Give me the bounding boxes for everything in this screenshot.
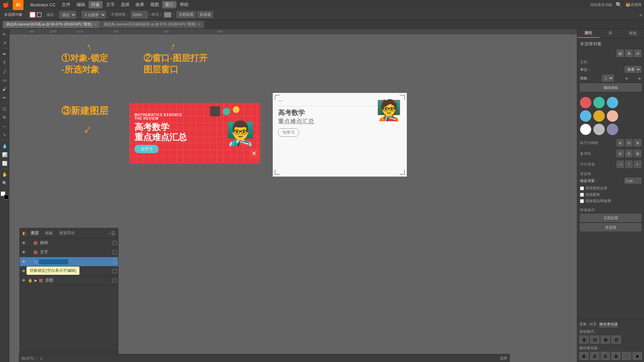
paintbrush-tool[interactable]: 🖌 [1,85,9,93]
layers-tab-artboards[interactable]: 画板 [42,230,56,237]
path-finder-6[interactable]: ◼ [633,352,642,360]
selection-tool[interactable]: ↖ [1,30,9,38]
search-icon[interactable]: 🔍 [615,2,622,8]
ruler-btn-2[interactable]: ⊟ [625,139,633,146]
swatch-purple-gray[interactable] [607,124,618,135]
menu-text[interactable]: 文字 [103,1,117,8]
keyboard-incr-input[interactable] [625,178,641,184]
rotate-tool[interactable]: ↻ [1,113,9,121]
pencil-tool[interactable]: ✏ [1,94,9,102]
shape-mode-2[interactable]: ⊖ [590,336,599,344]
layer-item-text[interactable]: 👁 文字 [20,248,118,257]
layer-lock-4[interactable]: 🔒 [28,278,33,283]
tool-icon-3[interactable]: ⊟ [634,50,641,57]
eraser-tool[interactable]: ◻ [1,105,9,113]
menu-edit[interactable]: 编辑 [74,1,88,8]
opacity-input[interactable] [131,11,148,18]
layers-tab-export[interactable]: 资源导出 [56,230,78,237]
shape-mode-1[interactable]: ⊕ [579,336,589,344]
menu-select[interactable]: 选择 [118,1,132,8]
rpanel-tab-properties[interactable]: 属性 [577,29,599,38]
swatch-blue[interactable] [607,97,618,108]
menu-file[interactable]: 文件 [59,1,73,8]
align-btn-3[interactable]: ⊢ [634,161,641,168]
layer-name-input-2[interactable] [39,259,69,265]
artboard-nav-next[interactable]: ▶ [639,76,641,80]
scale-corners-check[interactable] [580,193,584,197]
align-btn-1[interactable]: ⊣ [616,161,624,168]
layers-tab-layers[interactable]: 图层 [28,230,42,237]
guides-btn-1[interactable]: ⊞ [616,150,624,157]
stroke-type-select[interactable]: 描边 [59,11,76,18]
path-finder-1[interactable]: ▦ [579,352,589,360]
panel-toggle[interactable]: » [639,12,642,17]
rpanel-tab-library[interactable]: 库 [599,29,622,38]
transform-tab[interactable]: 变换 [579,322,587,327]
layer-eye-0[interactable]: 👁 [21,241,26,245]
menu-illustrator[interactable]: Illustrator CC [28,2,58,8]
menu-help[interactable]: 帮助 [177,1,191,8]
eyedropper-tool[interactable]: 💧 [1,142,9,150]
swatch-peach[interactable] [607,110,618,122]
layer-eye-3[interactable]: 👁 [21,269,26,274]
path-finder-5[interactable]: ▪ [622,352,631,360]
menu-effect[interactable]: 效果 [133,1,147,8]
artboard-tool[interactable]: ⬜ [1,159,9,167]
swatch-lightblue[interactable] [580,110,591,122]
banner-btn[interactable]: 去学习 [135,145,159,153]
layer-eye-1[interactable]: 👁 [21,250,26,255]
path-finder-4[interactable]: ▩ [611,352,621,360]
layer-expand-4[interactable]: ▶ [34,279,38,282]
artboard-select[interactable]: 1 [602,75,614,81]
swatch-orange[interactable] [593,110,605,122]
align-btn-2[interactable]: ⊤ [625,161,633,168]
quick-doc-settings-btn[interactable]: 文档设置 [580,214,641,222]
reflect-tool[interactable]: ↔ [1,122,9,130]
stroke-indicator[interactable] [4,195,9,199]
ruler-btn-1[interactable]: ⊞ [616,139,624,146]
layer-eye-4[interactable]: 👁 [21,278,26,283]
artboard-nav-prev[interactable]: ◀ [625,76,628,80]
pen-tool[interactable]: ✒ [1,50,9,58]
edit-artboard-btn[interactable]: 编辑画板 [580,83,641,92]
pathfinder-tab[interactable]: 路径查找器 [599,322,618,327]
guides-btn-2[interactable]: ⊟ [625,150,633,157]
layer-item-chua[interactable]: 👁 插画 [20,238,118,248]
layers-collapse-btn[interactable]: « [108,231,110,235]
style-swatch[interactable] [164,12,171,17]
line-tool[interactable]: ╱ [1,67,9,75]
ruler-btn-3[interactable]: ⊠ [634,139,641,146]
layer-eye-2[interactable]: 👁 [21,259,26,264]
stroke-color[interactable] [37,12,42,17]
tab-1-close[interactable]: ✕ [94,22,97,26]
tab-1[interactable]: 插边风-banner演示稿.ai @ 66.67% (RGB/GPU 预览) ✕ [3,21,100,28]
shape-mode-4[interactable]: ⊘ [611,336,621,344]
scale-tool[interactable]: ⤡ [1,131,9,139]
guides-btn-3[interactable]: ⊠ [634,150,641,157]
tab-2[interactable]: 插边风-banner演示稿的副本.ai @ 67% (RGB/GPU 预览) ✕ [101,21,204,28]
layer-item-original[interactable]: 👁 🔒 ▶ 原图 [20,276,118,285]
zoom-tool[interactable]: 🔍 [1,179,9,187]
apple-menu[interactable]: 🍎 [3,2,9,8]
swatch-red[interactable] [580,97,591,108]
unit-select[interactable]: 像素 [625,66,641,73]
preview-bounds-check[interactable] [580,186,584,190]
shape-mode-3[interactable]: ⊗ [601,336,610,344]
direct-selection-tool[interactable]: ↗ [1,39,9,47]
hand-tool[interactable]: ✋ [1,170,9,178]
menu-view[interactable]: 视图 [148,1,162,8]
type-tool[interactable]: T [1,59,9,67]
scale-effects-check[interactable] [580,199,584,203]
swatch-gray[interactable] [593,124,605,135]
shape-select[interactable]: 3 点圆形 [82,11,106,18]
rect-tool[interactable]: ▭ [1,76,9,84]
doc-settings-btn[interactable]: 文档设置 [176,11,196,18]
quick-preferences-btn[interactable]: 首选项 [580,223,641,231]
layers-menu-btn[interactable]: ☰ [111,231,115,236]
swatch-teal[interactable] [593,97,605,108]
fill-color[interactable] [30,12,36,18]
align-tab[interactable]: 对齐 [589,322,597,327]
menu-object[interactable]: 对象 [89,1,103,8]
path-finder-2[interactable]: ▧ [590,352,599,360]
path-finder-3[interactable]: ▨ [601,352,610,360]
